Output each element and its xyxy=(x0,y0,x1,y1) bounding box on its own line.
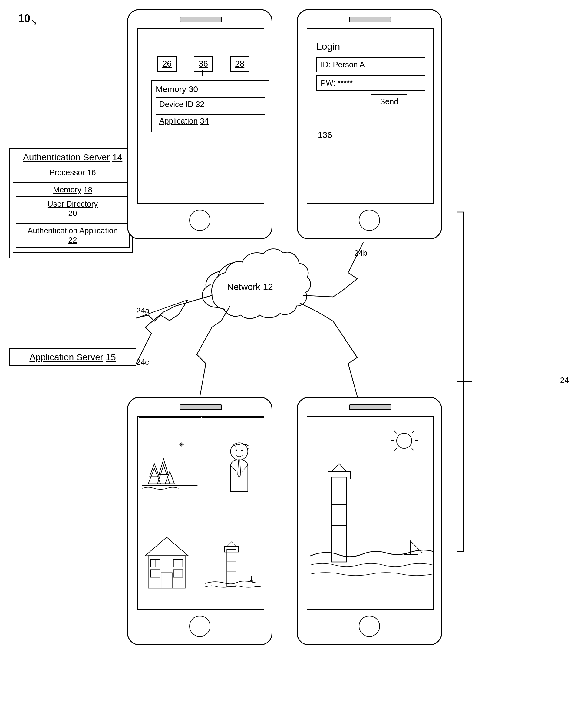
auth-server-box: Authentication Server 14 Processor 16 Me… xyxy=(9,149,136,258)
conn-label-24: 24 xyxy=(560,376,569,385)
diagram: 10 ↘ xyxy=(0,0,584,728)
svg-line-44 xyxy=(412,448,414,451)
svg-point-40 xyxy=(397,433,412,448)
photo-cell-person xyxy=(202,417,264,513)
svg-marker-17 xyxy=(159,459,168,474)
phone-top-left: 26 36 28 Memory 30 xyxy=(127,9,273,239)
login-container: Login ID: Person A PW: ***** Send xyxy=(313,38,428,112)
label-136: 136 xyxy=(318,130,332,140)
person-scene xyxy=(202,418,264,513)
phone-tl-speaker xyxy=(179,17,222,22)
svg-rect-27 xyxy=(161,573,172,588)
svg-line-48 xyxy=(394,431,397,433)
phone-top-right: Login ID: Person A PW: ***** Send xyxy=(297,9,442,239)
processor-box: Processor 16 xyxy=(13,165,133,180)
svg-line-46 xyxy=(394,448,397,451)
svg-point-6 xyxy=(234,291,274,314)
phone-tl-screen: 26 36 28 Memory 30 xyxy=(137,28,264,204)
auth-server-title: Authentication Server 14 xyxy=(13,152,133,162)
phone-br-speaker xyxy=(349,405,391,410)
photo-cell-lighthouse xyxy=(202,514,264,610)
photo-cell-house xyxy=(139,514,201,610)
lighthouse-scene xyxy=(202,514,264,609)
application-box: Application 34 xyxy=(156,114,265,128)
svg-marker-36 xyxy=(227,542,236,546)
svg-rect-34 xyxy=(227,550,236,587)
chip-connectors xyxy=(151,53,270,77)
conn-label-24b: 24b xyxy=(354,249,367,258)
conn-label-24a: 24a xyxy=(136,306,149,315)
phone-tr-speaker xyxy=(349,17,391,22)
svg-rect-35 xyxy=(224,546,239,552)
landscape-scene xyxy=(307,417,435,610)
svg-rect-29 xyxy=(173,559,183,567)
phone-tl-home-btn[interactable] xyxy=(189,210,211,231)
svg-point-4 xyxy=(270,279,300,303)
network-label: Network 12 xyxy=(227,282,273,292)
login-send-button[interactable]: Send xyxy=(371,94,408,109)
svg-rect-31 xyxy=(173,570,183,577)
conn-label-24c: 24c xyxy=(136,358,149,367)
phone-bottom-right xyxy=(297,397,442,645)
phone-bl-screen: ✳ xyxy=(137,416,264,610)
device-id-box: Device ID 32 xyxy=(156,97,265,111)
auth-memory-box: Memory 18 User Directory20 Authenticatio… xyxy=(13,182,133,253)
svg-point-24 xyxy=(241,449,243,451)
house-scene xyxy=(139,514,201,609)
phone-tr-screen: Login ID: Person A PW: ***** Send xyxy=(307,28,434,204)
phone-bottom-left: ✳ xyxy=(127,397,273,645)
trees-scene: ✳ xyxy=(139,418,201,513)
device-memory-outer: Memory 30 Device ID 32 Application 34 xyxy=(151,80,270,132)
svg-rect-30 xyxy=(151,570,160,577)
photo-cell-trees: ✳ xyxy=(139,417,201,513)
svg-point-23 xyxy=(235,449,237,451)
phone-br-home-btn[interactable] xyxy=(359,616,380,637)
device-memory-label: Memory 30 xyxy=(156,84,265,94)
svg-marker-51 xyxy=(332,464,346,472)
auth-app-box: Authentication Application22 xyxy=(16,223,130,248)
svg-rect-25 xyxy=(148,555,185,588)
phone-bl-speaker xyxy=(179,405,222,410)
svg-marker-26 xyxy=(145,537,188,555)
phone-br-screen xyxy=(307,416,434,610)
user-dir-box: User Directory20 xyxy=(16,196,130,221)
login-title: Login xyxy=(316,41,425,52)
figure-arrow: ↘ xyxy=(30,17,37,27)
svg-rect-49 xyxy=(332,477,346,562)
login-pw-field[interactable]: PW: ***** xyxy=(316,75,425,91)
figure-label: 10 xyxy=(18,12,30,25)
phone-bl-home-btn[interactable] xyxy=(189,616,211,637)
app-server-box: Application Server 15 xyxy=(9,348,136,366)
auth-memory-title: Memory 18 xyxy=(16,185,130,194)
svg-marker-19 xyxy=(150,464,159,476)
login-id-field[interactable]: ID: Person A xyxy=(316,57,425,72)
svg-text:✳: ✳ xyxy=(179,441,184,448)
device-memory-container: 26 36 28 Memory 30 xyxy=(151,53,270,132)
svg-line-42 xyxy=(412,431,414,433)
phone-tr-home-btn[interactable] xyxy=(359,210,380,231)
